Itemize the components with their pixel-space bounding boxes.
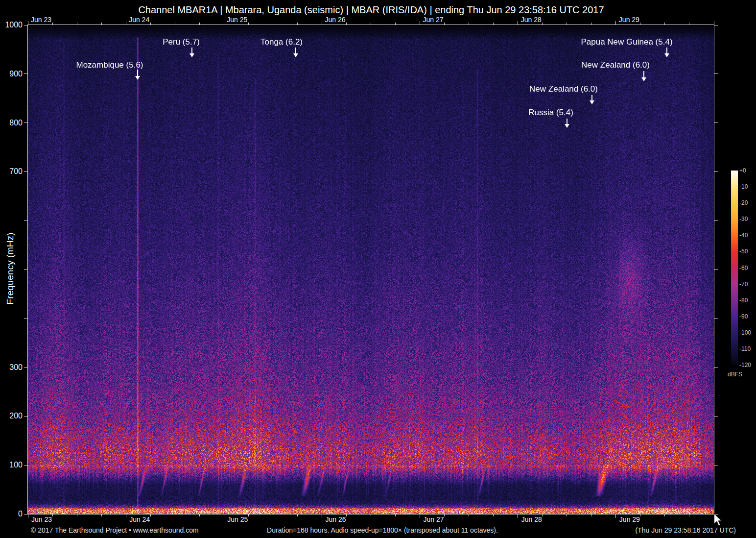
time-minor-tick	[77, 23, 77, 25]
annotation-label: Tonga (6.2)	[260, 37, 303, 47]
annotation-arrow-icon	[135, 76, 140, 80]
time-minor-tick	[150, 514, 151, 516]
spectrogram-canvas	[28, 25, 714, 514]
time-minor-tick	[664, 514, 665, 516]
spectrogram-plot	[27, 24, 714, 514]
time-minor-tick	[52, 23, 53, 25]
time-major-tick	[126, 514, 126, 518]
freq-tick-label: 200	[0, 412, 23, 420]
time-minor-tick	[150, 23, 151, 25]
mouse-cursor-icon	[712, 514, 723, 526]
time-minor-tick	[199, 514, 200, 516]
freq-tick-label: 100	[0, 461, 23, 469]
time-minor-tick	[273, 23, 273, 25]
freq-tick	[24, 318, 28, 318]
time-major-tick	[322, 514, 322, 518]
colorbar-tick-label: -110	[739, 345, 751, 352]
freq-tick	[714, 465, 718, 465]
freq-tick	[24, 171, 28, 172]
freq-tick	[714, 318, 718, 318]
page-title: Channel MBAR1A | Mbarara, Uganda (seismi…	[138, 4, 604, 16]
freq-tick	[714, 367, 718, 367]
spectrogram-page: Channel MBAR1A | Mbarara, Uganda (seismi…	[0, 0, 756, 538]
bottom-axis-day-label: Jun 28	[521, 515, 542, 523]
time-minor-tick	[591, 514, 591, 516]
time-minor-tick	[469, 514, 469, 516]
time-minor-tick	[175, 514, 175, 516]
annotation-label: Peru (5.7)	[163, 37, 200, 47]
footer-duration: Duration=168 hours. Audio speed-up=1800×…	[267, 526, 498, 534]
time-minor-tick	[101, 514, 102, 516]
freq-tick-label: 1000	[0, 21, 23, 29]
top-axis-day-label: Jun 23	[31, 16, 51, 24]
time-minor-tick	[689, 23, 689, 25]
freq-tick	[714, 171, 718, 172]
freq-tick-label: 300	[0, 363, 23, 372]
colorbar-tick-label: -80	[739, 297, 748, 304]
annotation-arrow-icon	[664, 53, 669, 57]
time-minor-tick	[689, 514, 689, 516]
annotation-arrow-icon	[641, 77, 646, 81]
colorbar	[731, 171, 738, 365]
time-major-tick	[518, 21, 518, 25]
time-major-tick	[224, 21, 224, 25]
freq-tick	[24, 73, 28, 74]
time-minor-tick	[346, 23, 347, 25]
footer-copyright: © 2017 The Earthsound Project • www.eart…	[31, 526, 199, 534]
time-minor-tick	[199, 23, 200, 25]
time-minor-tick	[469, 23, 469, 25]
freq-tick	[714, 25, 718, 25]
freq-tick	[24, 416, 28, 416]
time-major-tick	[615, 514, 616, 518]
time-minor-tick	[101, 23, 102, 25]
time-major-tick	[420, 514, 420, 518]
time-minor-tick	[664, 23, 665, 25]
time-minor-tick	[444, 514, 445, 516]
freq-tick-label: 700	[0, 167, 23, 176]
time-minor-tick	[640, 23, 640, 25]
colorbar-tick-label: -90	[739, 313, 748, 320]
time-minor-tick	[248, 23, 249, 25]
colorbar-tick-label: -10	[739, 183, 748, 190]
top-axis-day-label: Jun 27	[423, 16, 444, 24]
colorbar-tick-label: -30	[739, 216, 748, 222]
time-major-tick	[420, 21, 420, 25]
top-axis-day-label: Jun 29	[619, 16, 639, 24]
time-major-tick	[322, 21, 322, 25]
bottom-axis-day-label: Jun 27	[424, 515, 444, 523]
colorbar-tick-label: -100	[739, 329, 751, 336]
freq-tick	[24, 25, 28, 25]
time-minor-tick	[640, 514, 640, 516]
annotation-arrow-icon	[293, 53, 298, 57]
colorbar-tick-label: -50	[739, 248, 748, 255]
time-minor-tick	[542, 514, 543, 516]
time-minor-tick	[371, 514, 371, 516]
annotation-label: Russia (5.4)	[528, 108, 573, 118]
time-major-tick	[615, 21, 616, 25]
freq-tick	[24, 514, 28, 514]
time-minor-tick	[395, 23, 396, 25]
annotation-arrow-icon	[189, 53, 194, 57]
time-minor-tick	[77, 514, 77, 516]
freq-tick	[24, 220, 28, 221]
footer-timestamp: (Thu Jun 29 23:58:16 2017 UTC)	[636, 526, 736, 534]
annotation-label: Mozambique (5.6)	[76, 60, 143, 70]
annotation-label: New Zealand (6.0)	[529, 84, 598, 94]
time-minor-tick	[493, 514, 494, 516]
time-minor-tick	[371, 23, 371, 25]
freq-tick	[24, 122, 28, 123]
time-minor-tick	[444, 23, 445, 25]
top-axis-day-label: Jun 28	[521, 16, 542, 24]
time-minor-tick	[591, 23, 591, 25]
annotation-arrow-icon	[590, 100, 594, 104]
freq-tick-label: 0	[0, 510, 23, 518]
annotation-arrow-icon	[643, 71, 644, 78]
time-minor-tick	[297, 514, 298, 516]
time-minor-tick	[395, 514, 396, 516]
time-minor-tick	[346, 514, 347, 516]
freq-tick-label: 800	[0, 119, 23, 127]
time-minor-tick	[52, 514, 53, 516]
time-minor-tick	[175, 23, 175, 25]
time-minor-tick	[297, 23, 298, 25]
colorbar-tick-label: -20	[739, 199, 748, 206]
